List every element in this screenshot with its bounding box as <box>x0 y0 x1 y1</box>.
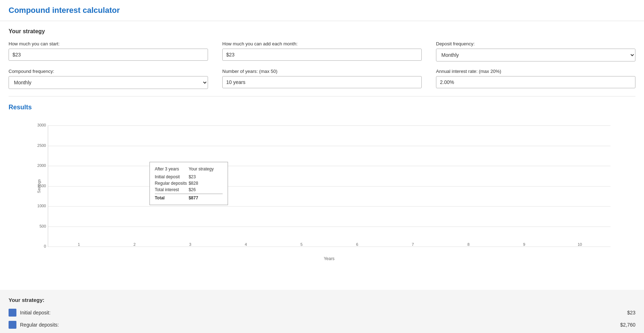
section-divider <box>9 96 635 96</box>
summary-section: Your strategy: Initial deposit:$23Regula… <box>0 290 644 333</box>
interest-rate-input[interactable] <box>436 76 635 88</box>
legend-item: Regular deposits:$2,760 <box>9 321 635 329</box>
summary-items: Initial deposit:$23Regular deposits:$2,7… <box>9 309 635 329</box>
results-title: Results <box>9 104 635 111</box>
legend-color-box <box>9 321 16 329</box>
tooltip-initial-value: $23 <box>189 174 223 179</box>
x-axis-label: Years <box>324 256 334 261</box>
page-title: Compound interest calculator <box>9 6 635 15</box>
legend-value: $23 <box>627 310 635 315</box>
tooltip-deposits-label: Regular deposits <box>155 181 189 186</box>
chart-area: Savings 12345678910 After 3 years Your s… <box>9 118 635 283</box>
bar-group: 6 <box>330 125 384 247</box>
header: Compound interest calculator <box>0 0 644 21</box>
legend-item: Initial deposit:$23 <box>9 309 635 317</box>
interest-rate-group: Annual interest rate: (max 20%) <box>436 69 635 89</box>
monthly-add-input[interactable] <box>222 49 422 61</box>
bar-year-label: 2 <box>133 242 136 247</box>
bar-year-label: 8 <box>467 242 470 247</box>
bar-group: 8 <box>441 125 496 247</box>
bar-year-label: 3 <box>189 242 191 247</box>
monthly-add-label: How much you can add each month: <box>222 41 422 46</box>
years-group: Number of years: (max 50) <box>222 69 422 89</box>
tooltip-total-value: $877 <box>189 195 223 200</box>
bar-group: 9 <box>497 125 551 247</box>
deposit-frequency-label: Deposit frequency: <box>436 41 635 46</box>
initial-amount-group: How much you can start: <box>9 41 208 61</box>
y-axis-label: Savings <box>37 179 41 193</box>
strategy-section-title: Your strategy <box>9 28 635 35</box>
legend-color-box <box>9 309 16 317</box>
tooltip-initial-label: Initial deposit <box>155 174 189 179</box>
main-content: Your strategy How much you can start: Ho… <box>0 21 644 290</box>
bar-year-label: 1 <box>78 242 80 247</box>
interest-rate-label: Annual interest rate: (max 20%) <box>436 69 635 74</box>
legend-label: Initial deposit: <box>20 310 51 315</box>
legend-value: $2,760 <box>620 322 635 328</box>
bar-year-label: 6 <box>356 242 358 247</box>
initial-amount-input[interactable] <box>9 49 208 61</box>
deposit-frequency-select[interactable]: Monthly Weekly Quarterly Annually <box>436 49 635 61</box>
bar-year-label: 10 <box>578 242 582 247</box>
tooltip-deposits-value: $828 <box>189 181 223 186</box>
monthly-add-group: How much you can add each month: <box>222 41 422 61</box>
form-grid-row2: Compound frequency: Monthly Weekly Daily… <box>9 69 635 89</box>
years-input[interactable] <box>222 76 422 88</box>
bar-group: 5 <box>274 125 329 247</box>
bar-group: 1 <box>52 125 106 247</box>
tooltip-interest-value: $26 <box>189 187 223 192</box>
years-label: Number of years: (max 50) <box>222 69 422 74</box>
bar-year-label: 7 <box>412 242 414 247</box>
tooltip-total-label: Total <box>155 195 189 200</box>
form-grid-row1: How much you can start: How much you can… <box>9 41 635 61</box>
compound-frequency-label: Compound frequency: <box>9 69 208 74</box>
bar-group: 10 <box>553 125 607 247</box>
tooltip-year: After 3 years <box>155 166 189 172</box>
compound-frequency-group: Compound frequency: Monthly Weekly Daily… <box>9 69 208 89</box>
bar-year-label: 5 <box>300 242 303 247</box>
summary-title: Your strategy: <box>9 297 635 303</box>
deposit-frequency-group: Deposit frequency: Monthly Weekly Quarte… <box>436 41 635 61</box>
bar-year-label: 9 <box>523 242 525 247</box>
chart-tooltip: After 3 years Your strategy Initial depo… <box>149 162 228 205</box>
tooltip-strategy-header: Your strategy <box>189 166 223 172</box>
tooltip-interest-label: Total interest <box>155 187 189 192</box>
legend-label: Regular deposits: <box>20 322 59 328</box>
compound-frequency-select[interactable]: Monthly Weekly Daily Quarterly Annually <box>9 76 208 89</box>
bar-group: 7 <box>386 125 440 247</box>
initial-amount-label: How much you can start: <box>9 41 208 46</box>
bar-year-label: 4 <box>245 242 247 247</box>
